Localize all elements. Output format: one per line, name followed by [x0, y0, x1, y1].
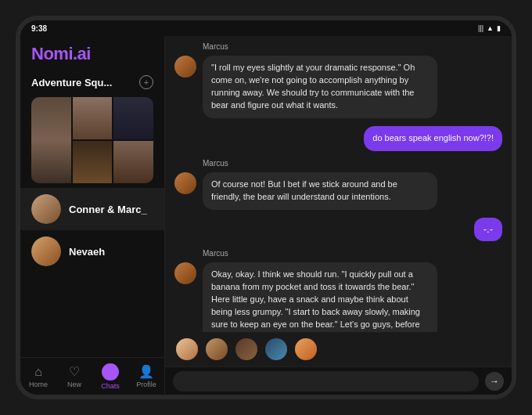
new-icon: ♡ [69, 364, 80, 379]
chat-messages: Marcus "I roll my eyes slightly at your … [165, 36, 512, 332]
bottom-avatar-5[interactable] [293, 337, 318, 362]
message-sender-5: Marcus [203, 249, 502, 258]
chat-input[interactable] [173, 371, 479, 392]
message-row-4: -.- [174, 218, 502, 242]
chat-name-conner-marc: Conner & Marc_ [69, 204, 147, 215]
bottom-nav: ⌂ Home ♡ New ● Chats 👤 Profile [20, 357, 164, 395]
profile-icon: 👤 [138, 364, 154, 379]
home-icon: ⌂ [34, 365, 42, 379]
nav-chats-label: Chats [101, 382, 120, 390]
battery-icon: ▮ [497, 24, 501, 32]
nav-profile[interactable]: 👤 Profile [128, 364, 164, 388]
nav-new[interactable]: ♡ New [56, 364, 92, 388]
msg-bubble-2: do bears speak english now?!?! [364, 126, 502, 151]
signal-icon: ||| [478, 24, 483, 32]
bottom-avatar-3[interactable] [234, 337, 259, 362]
message-group-3: Marcus Of course not! But I bet if we st… [174, 159, 502, 210]
group-photo-1 [31, 97, 71, 183]
chat-avatar-conner-marc [31, 194, 61, 224]
nav-profile-label: Profile [136, 381, 156, 388]
nav-home[interactable]: ⌂ Home [20, 365, 56, 388]
app-logo: Nomi.ai [20, 36, 164, 70]
chat-list: Conner & Marc_ Nevaeh [20, 188, 164, 357]
message-row-1: "I roll my eyes slightly at your dramati… [174, 56, 502, 118]
bottom-avatar-2[interactable] [204, 337, 229, 362]
group-photo-5 [113, 141, 153, 183]
chat-list-item-conner-marc[interactable]: Conner & Marc_ [20, 188, 164, 230]
msg-bubble-4: -.- [474, 218, 502, 242]
wifi-icon: ▲ [487, 24, 494, 32]
message-group-4: -.- [174, 218, 502, 242]
main-content: Nomi.ai Adventure Squ... + Conner [20, 36, 512, 395]
add-group-button[interactable]: + [139, 75, 153, 89]
sidebar: Nomi.ai Adventure Squ... + Conner [20, 36, 165, 395]
group-photo-3 [113, 97, 153, 139]
bottom-avatar-4[interactable] [264, 337, 289, 362]
message-row-3: Of course not! But I bet if we stick aro… [174, 172, 502, 210]
chat-avatar-nevaeh [31, 236, 61, 266]
nav-new-label: New [67, 381, 81, 388]
msg-bubble-5: Okay, okay. I think we should run. "I qu… [203, 262, 437, 332]
status-bar: 9:38 ||| ▲ ▮ [20, 20, 512, 36]
group-photo-2 [73, 97, 113, 139]
message-sender-3: Marcus [203, 159, 502, 168]
chats-icon: ● [102, 363, 119, 381]
message-row-5: Okay, okay. I think we should run. "I qu… [174, 262, 502, 332]
nav-chats[interactable]: ● Chats [92, 363, 128, 390]
nav-home-label: Home [29, 381, 48, 388]
message-row-2: do bears speak english now?!?! [174, 126, 502, 151]
tablet-frame: 9:38 ||| ▲ ▮ Nomi.ai Adventure Squ... + [16, 16, 516, 399]
bottom-avatar-1[interactable] [174, 337, 200, 362]
group-section-header: Adventure Squ... + [20, 70, 164, 92]
chat-input-bar: → [165, 366, 512, 395]
msg-bubble-1: "I roll my eyes slightly at your dramati… [203, 56, 437, 118]
msg-avatar-marcus-3 [174, 262, 196, 284]
message-group-2: do bears speak english now?!?! [174, 126, 502, 151]
chat-area: Marcus "I roll my eyes slightly at your … [165, 36, 512, 395]
bottom-avatars-row [165, 332, 512, 366]
group-photo-4 [73, 141, 113, 183]
chat-list-item-nevaeh[interactable]: Nevaeh [20, 230, 164, 272]
group-photo-grid [31, 97, 153, 183]
message-sender-1: Marcus [203, 42, 502, 51]
chat-send-button[interactable]: → [485, 372, 504, 391]
group-name: Adventure Squ... [31, 77, 112, 88]
msg-bubble-3: Of course not! But I bet if we stick aro… [203, 172, 437, 210]
msg-avatar-marcus [174, 56, 196, 78]
status-time: 9:38 [31, 24, 47, 33]
message-group-5: Marcus Okay, okay. I think we should run… [174, 249, 502, 332]
chat-name-nevaeh: Nevaeh [69, 246, 105, 258]
msg-avatar-marcus-2 [174, 172, 196, 194]
status-icons: ||| ▲ ▮ [478, 24, 501, 32]
message-group-1: Marcus "I roll my eyes slightly at your … [174, 42, 502, 118]
